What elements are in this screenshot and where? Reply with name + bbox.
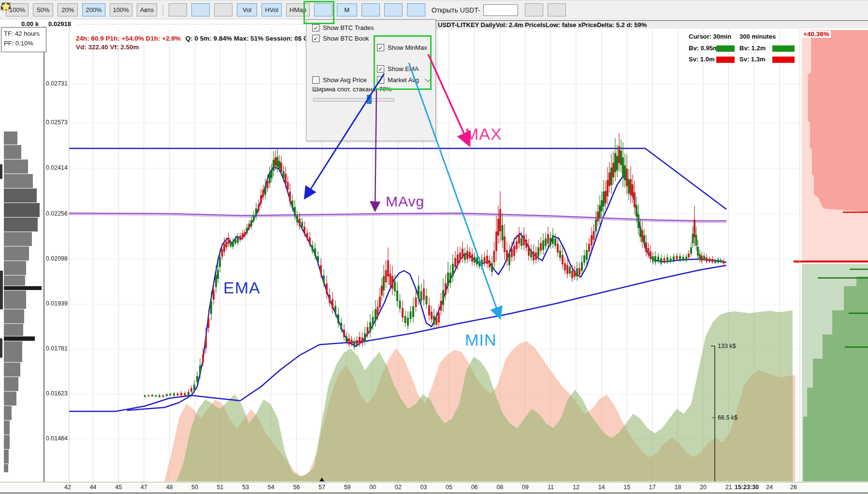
toolbar-button-50[interactable]: 50% [33, 3, 53, 16]
checkbox-label: Show BTC Trades [323, 24, 374, 31]
book-lines-icon[interactable] [214, 3, 232, 16]
toolbar-button-m[interactable]: M [337, 3, 357, 16]
volume-stats-line: Vd: 322.40 Vf: 2.50m [76, 44, 139, 51]
time-tick-label: 05 [446, 484, 452, 491]
toolbar-button-200[interactable]: 200% [82, 3, 105, 16]
forward-arrow-icon[interactable] [407, 3, 425, 16]
time-tick-label: 09 [522, 484, 529, 491]
legend-cursor-title: Cursor: 30min [689, 33, 731, 40]
cursor-time-label: 15:23:30 [735, 484, 759, 491]
time-tick-label: 15 [623, 484, 630, 491]
checkbox-box[interactable] [312, 76, 319, 84]
price-tick-label: 0.01623 [43, 390, 68, 397]
legend-cursor-sell: Sv: 1.0m [689, 56, 714, 63]
time-tick-label: 47 [141, 484, 147, 491]
open-symbol-label: Открыть USDT- [432, 6, 480, 14]
window-bottom-edge [0, 493, 868, 494]
price-tick-label: 0.02573 [43, 119, 68, 126]
price-tick-label: 0.01781 [43, 345, 68, 352]
toolbar-button-hvol[interactable]: HVol [261, 3, 282, 16]
time-tick-label: 17 [649, 484, 656, 491]
book-width-slider-thumb[interactable] [367, 95, 372, 104]
time-tick-label: 48 [166, 484, 173, 491]
draw-pencil-icon[interactable] [314, 3, 333, 16]
toolbar-buttons-slot [525, 3, 570, 16]
checkbox-show-btc-book[interactable]: ✓Show BTC Book [312, 35, 369, 42]
checkbox-label: Show MinMax [388, 44, 427, 51]
checkbox-market-avg[interactable]: ✓Market Avg [377, 76, 430, 84]
checkbox-box[interactable]: ✓ [377, 44, 384, 51]
vol-scale-mid-label: 66.5 k$ [718, 414, 738, 421]
vol-scale-top-label: 133 k$ [718, 343, 736, 349]
checkbox-label: Show BTC Book [323, 35, 369, 42]
toolbar-button-vol[interactable]: Vol [237, 3, 257, 16]
star-icon[interactable] [548, 3, 566, 16]
price-tick-label: 0.02098 [43, 255, 68, 262]
time-axis[interactable]: 4244454748505153545657590002030506080911… [0, 482, 868, 494]
eye-icon[interactable] [525, 3, 543, 16]
price-tick-label: 0.02256 [43, 210, 68, 217]
price-tick-label: 0.02414 [43, 164, 68, 171]
time-tick-label: 00 [369, 484, 376, 491]
toolbar-button-авто[interactable]: Авто [137, 3, 157, 16]
minmax-lines-icon[interactable] [362, 3, 380, 16]
toolbar-button-20[interactable]: 20% [58, 3, 78, 16]
stats-red-part: 24h: 60.9 P1h: +54.0% D1h: +2.9% [76, 35, 181, 42]
legend-sell-swatch [772, 57, 795, 63]
checkbox-show-ema[interactable]: ✓Show EMA [377, 65, 419, 73]
toolbar-button-hmap[interactable]: HMap [286, 3, 310, 16]
legend-buy-swatch [716, 45, 735, 52]
time-tick-label: 11 [548, 484, 554, 491]
time-tick-label: 50 [191, 484, 198, 491]
stats-black-part: Q: 0 5m: 9.84% Max: 51% Session: 0$ Open… [186, 35, 322, 42]
profit-factor-label: PF: 0.10% [4, 39, 46, 48]
toolbar-buttons-slot: 100%50%20%200%100%Авто [6, 3, 161, 16]
timeframe-label: TF: 42 hours [4, 29, 46, 39]
time-tick-label: 59 [344, 484, 351, 491]
checkbox-box[interactable]: ✓ [312, 24, 319, 31]
toolbar: 100%50%20%200%100%Авто VolHVolHMapM Откр… [0, 0, 868, 19]
open-symbol-input[interactable] [483, 4, 518, 16]
legend-period-sell: Sv: 1.3m [739, 56, 765, 63]
price-stats-line: 24h: 60.9 P1h: +54.0% D1h: +2.9%Q: 0 5m:… [76, 35, 322, 42]
trading-terminal-window: 133 k$66.5 k$ 100%50%20%200%100%Авто Vol… [0, 0, 868, 494]
time-tick-label: 03 [420, 484, 427, 491]
time-tick-label: 56 [293, 484, 300, 491]
trades-zigzag-icon[interactable] [169, 3, 187, 16]
time-tick-label: 53 [242, 484, 249, 491]
toolbar-buttons-slot: VolHVolHMapM [169, 3, 430, 16]
timeframe-box: TF: 42 hours PF: 0.10% [1, 27, 46, 52]
time-tick-label: 42 [64, 484, 71, 491]
daily-change-badge: +40.36% [802, 30, 831, 38]
time-tick-label: 24 [766, 484, 773, 491]
chevron-down-icon[interactable] [425, 76, 431, 82]
checkbox-label: Market Avg [388, 76, 419, 84]
time-tick-label: 20 [700, 484, 707, 491]
checkbox-box[interactable]: ✓ [377, 76, 384, 84]
time-tick-label: 44 [90, 484, 97, 491]
time-tick-label: 57 [318, 484, 325, 491]
top-price-label: 0.02918 [48, 20, 71, 28]
time-tick-label: 02 [395, 484, 402, 491]
markers-icon[interactable] [191, 3, 210, 16]
book-width-slider-track[interactable] [313, 98, 394, 102]
symbol-info-bar: USDT-LITKEY DailyVol: 2.4m PriceIsLow: f… [434, 20, 868, 29]
time-tick-label: 06 [471, 484, 478, 491]
price-tick-label: 0.02731 [43, 80, 68, 87]
time-tick-label: 26 [790, 484, 797, 491]
checkbox-show-minmax[interactable]: ✓Show MinMax [377, 44, 427, 51]
checkbox-show-avg-price[interactable]: Show Avg Price [312, 76, 367, 84]
time-tick-label: 21 [725, 484, 732, 491]
filter-icon[interactable] [384, 3, 403, 16]
checkbox-show-btc-trades[interactable]: ✓Show BTC Trades [312, 24, 374, 31]
volume-at-cursor-label: 0.00 k [21, 20, 39, 28]
time-tick-label: 14 [598, 484, 605, 491]
toolbar-button-100[interactable]: 100% [110, 3, 132, 16]
time-tick-label: 08 [496, 484, 503, 491]
time-tick-label: 45 [115, 484, 122, 491]
time-tick-label: 51 [217, 484, 224, 491]
time-tick-label: 54 [268, 484, 275, 491]
checkbox-box[interactable]: ✓ [312, 35, 319, 42]
book-width-slider-label: Ширина спот. стакана: 70% [312, 86, 391, 93]
checkbox-box[interactable]: ✓ [377, 65, 384, 73]
